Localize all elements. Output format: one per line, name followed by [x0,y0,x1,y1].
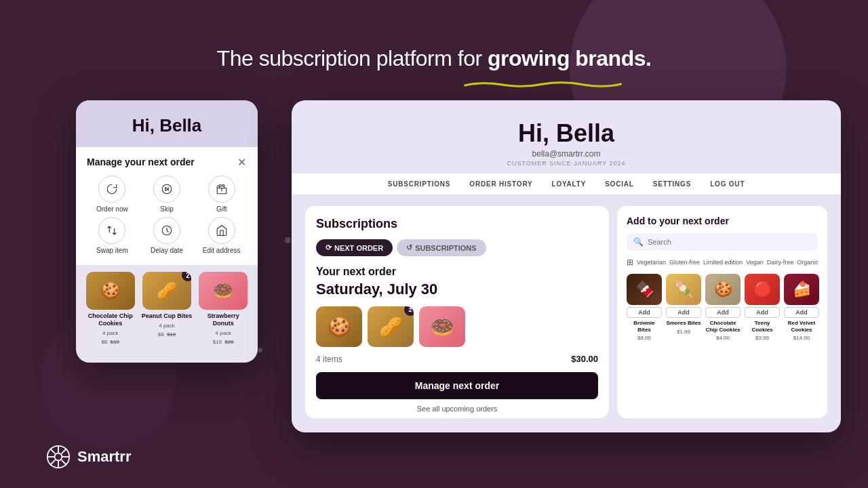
add-product-teeny-name: Teeny Cookies [745,320,780,333]
add-product-teeny-price: $3.99 [755,335,769,341]
product-pack-peanut: 4 pack [159,323,175,329]
order-item-2: 🥜 2 [368,306,414,347]
filter-vegan[interactable]: Vegan [746,259,764,266]
desktop-email: bella@smartrr.com [292,149,841,159]
product-item: 🍩 Strawberry Donuts 4 pack $16 $20 [197,272,250,345]
nav-social[interactable]: SOCIAL [605,180,634,188]
filter-organic[interactable]: Organic [797,259,818,266]
action-swap[interactable]: Swap item [87,217,138,254]
add-products-grid: 🍫 Add Brownie Bites $8.00 🍡 Add Smores B… [627,274,818,341]
product-image-peanut: 🥜 2 [142,272,191,310]
action-swap-label: Swap item [96,247,128,254]
add-product-brownie-img: 🍫 [627,274,662,305]
product-name-straw: Strawberry Donuts [197,312,250,327]
tabs: ⟳ NEXT ORDER ↺ SUBSCRIPTIONS [316,239,598,256]
add-product-velvet-price: $14.00 [793,335,810,341]
product-emoji-straw: 🍩 [199,272,248,310]
hero-section: The subscription platform for growing br… [217,46,652,94]
svg-line-9 [50,449,56,454]
left-panel: Subscriptions ⟳ NEXT ORDER ↺ SUBSCRIPTIO… [305,206,609,418]
product-item: 🍪 Chocolate Chip Cookies 4 pack $8 $10 [84,272,136,345]
manage-next-order-button[interactable]: Manage next order [316,372,598,399]
gift-icon [208,176,235,203]
underline-decoration [217,68,652,94]
action-gift[interactable]: Gift [196,176,247,213]
add-product-choc-name: Chocolate Chip Cookies [705,320,741,333]
see-all-orders-link[interactable]: See all upcoming orders [316,405,598,413]
action-grid: Order now Skip Gift Swap i [87,176,247,254]
filter-gluten-free[interactable]: Gluten-free [669,259,700,266]
right-panel: Add to your next order 🔍 ⊞ Vegetarian Gl… [617,206,827,418]
add-smores-button[interactable]: Add [666,307,701,318]
desktop-greeting: Hi, Bella [292,119,841,148]
desktop-window: Hi, Bella bella@smartrr.com CUSTOMER SIN… [292,100,841,432]
tab-next-order[interactable]: ⟳ NEXT ORDER [316,239,393,256]
order-item-1-emoji: 🍪 [328,316,351,338]
skip-icon [153,176,180,203]
search-input[interactable] [648,238,811,246]
nav-loyalty[interactable]: LOYALTY [552,180,587,188]
svg-point-4 [55,453,62,461]
add-teeny-button[interactable]: Add [745,307,780,318]
action-edit-address[interactable]: Edit address [196,217,247,254]
tab-subscriptions[interactable]: ↺ SUBSCRIPTIONS [397,239,486,256]
order-item-2-badge: 2 [404,306,414,316]
hero-bold: growing brands. [488,46,651,70]
order-total: $30.00 [571,354,598,364]
nav-settings[interactable]: SETTINGS [653,180,691,188]
add-product-smores: 🍡 Add Smores Bites $1.99 [666,274,701,341]
product-price-peanut: $8 $10 [158,331,176,338]
smartrr-logo: Smartrr [46,445,131,469]
action-skip[interactable]: Skip [142,176,193,213]
window-body: Subscriptions ⟳ NEXT ORDER ↺ SUBSCRIPTIO… [292,195,841,429]
action-order-now[interactable]: Order now [87,176,138,213]
add-product-velvet: 🍰 Add Red Velvet Cookies $14.00 [784,274,819,341]
svg-line-10 [62,460,67,466]
product-image-straw: 🍩 [199,272,248,310]
add-product-velvet-img: 🍰 [784,274,819,305]
action-gift-label: Gift [216,205,227,213]
close-button[interactable]: ✕ [235,155,248,169]
add-product-brownie-name: Brownie Bites [627,320,662,333]
add-product-brownie: 🍫 Add Brownie Bites $8.00 [627,274,662,341]
filter-dairy-free[interactable]: Dairy-free [767,259,794,266]
tab-subscriptions-label: SUBSCRIPTIONS [415,244,476,252]
order-item-2-emoji: 🥜 [379,316,403,338]
order-items-count: 4 items [316,354,342,364]
filter-limited[interactable]: Limited edition [703,259,743,266]
order-summary: 4 items $30.00 [316,354,598,364]
subscriptions-tab-icon: ↺ [406,243,412,252]
order-item-3-emoji: 🍩 [431,316,454,338]
add-panel-title: Add to your next order [627,216,818,226]
mobile-card: Hi, Bella Manage your next order ✕ Order… [76,100,258,363]
product-price-straw: $16 $20 [213,339,234,345]
product-pack-straw: 4 pack [216,330,232,336]
mobile-greeting: Hi, Bella [90,115,244,136]
next-order-date: Saturday, July 30 [316,281,598,298]
add-brownie-button[interactable]: Add [627,307,662,318]
tab-next-order-label: NEXT ORDER [334,244,383,252]
mobile-card-header: Hi, Bella [76,100,258,147]
smartrr-logo-text: Smartrr [77,448,131,466]
add-velvet-button[interactable]: Add [784,307,819,318]
product-emoji-choc: 🍪 [86,272,135,310]
nav-order-history[interactable]: ORDER HISTORY [469,180,532,188]
action-edit-address-label: Edit address [203,247,241,254]
filter-vegetarian[interactable]: Vegetarian [637,259,666,266]
svg-point-0 [162,184,172,194]
hero-text: The subscription platform for growing br… [217,46,652,70]
action-delay-label: Delay date [151,247,183,254]
dialog-title: Manage your next order [87,157,247,167]
product-name-choc: Chocolate Chip Cookies [84,312,136,327]
edit-address-icon [208,217,235,244]
order-items: 🍪 🥜 2 🍩 [316,306,598,347]
add-product-teeny: 🔴 Add Teeny Cookies $3.99 [745,274,780,341]
add-product-smores-img: 🍡 [666,274,701,305]
nav-subscriptions[interactable]: SUBSCRIPTIONS [388,180,451,188]
add-choc-cookie-button[interactable]: Add [705,307,741,318]
product-item: 🥜 2 Peanut Cup Bites 4 pack $8 $10 [140,272,193,345]
nav-logout[interactable]: LOG OUT [710,180,745,188]
filter-chips: ⊞ Vegetarian Gluten-free Limited edition… [627,258,818,267]
svg-line-11 [62,449,67,454]
action-delay[interactable]: Delay date [142,217,193,254]
